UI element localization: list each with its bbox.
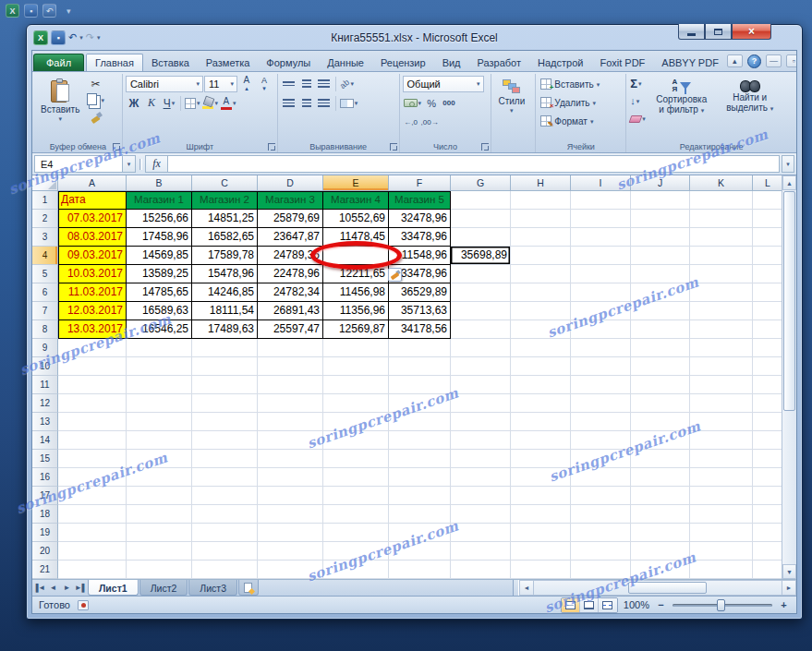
column-header-K[interactable]: K bbox=[690, 175, 753, 191]
cell-E2[interactable]: 10552,69 bbox=[323, 210, 389, 228]
scroll-down-icon[interactable]: ▼ bbox=[782, 564, 796, 579]
cell-E12[interactable] bbox=[323, 394, 389, 413]
row-header-6[interactable]: 6 bbox=[32, 283, 58, 302]
cell-K19[interactable] bbox=[690, 524, 753, 542]
cell-C8[interactable]: 17489,63 bbox=[192, 320, 258, 339]
row-header-3[interactable]: 3 bbox=[32, 228, 58, 247]
maximize-button[interactable] bbox=[705, 24, 732, 40]
cell-F18[interactable] bbox=[389, 505, 451, 524]
zoom-in-button[interactable]: + bbox=[778, 599, 790, 610]
cell-D13[interactable] bbox=[258, 413, 323, 431]
cell-I14[interactable] bbox=[571, 431, 631, 450]
row-header-4[interactable]: 4 bbox=[32, 247, 58, 265]
number-format-combo[interactable]: Общий▾ bbox=[403, 76, 484, 92]
cell-H12[interactable] bbox=[511, 394, 571, 413]
tab-Разметка[interactable]: Разметка bbox=[198, 54, 259, 71]
cell-F8[interactable]: 34178,56 bbox=[389, 320, 451, 339]
vertical-scrollbar[interactable]: ▲ ▼ bbox=[782, 175, 796, 579]
dialog-launcher-icon[interactable] bbox=[390, 143, 397, 151]
cell-K9[interactable] bbox=[690, 339, 753, 357]
format-painter-button[interactable] bbox=[86, 109, 105, 126]
cell-B3[interactable]: 17458,96 bbox=[127, 228, 192, 247]
cell-E16[interactable] bbox=[323, 468, 389, 487]
cell-J2[interactable] bbox=[631, 210, 690, 228]
cell-H21[interactable] bbox=[511, 561, 571, 579]
find-select-button[interactable]: Найти ивыделить ▾ bbox=[717, 76, 783, 140]
cell-I13[interactable] bbox=[571, 413, 631, 431]
cell-G2[interactable] bbox=[451, 210, 511, 228]
column-header-A[interactable]: A bbox=[58, 175, 127, 191]
cell-K18[interactable] bbox=[690, 505, 753, 524]
cell-H18[interactable] bbox=[511, 505, 571, 524]
cell-A11[interactable] bbox=[58, 376, 127, 394]
cell-L17[interactable] bbox=[753, 487, 782, 505]
cell-E21[interactable] bbox=[323, 561, 389, 579]
row-header-21[interactable]: 21 bbox=[32, 561, 58, 579]
cell-H14[interactable] bbox=[511, 431, 571, 450]
cell-J19[interactable] bbox=[631, 524, 690, 542]
cell-B2[interactable]: 15256,66 bbox=[127, 210, 192, 228]
cell-C14[interactable] bbox=[192, 431, 258, 450]
clear-button[interactable]: ▾ bbox=[629, 111, 647, 127]
format-cells-button[interactable]: ✎ Формат▾ bbox=[539, 113, 601, 130]
tab-Главная[interactable]: Главная bbox=[86, 54, 143, 71]
cell-L15[interactable] bbox=[753, 450, 782, 468]
column-header-D[interactable]: D bbox=[258, 175, 323, 191]
cell-D12[interactable] bbox=[258, 394, 323, 413]
cell-B15[interactable] bbox=[127, 450, 192, 468]
scroll-up-icon[interactable]: ▲ bbox=[782, 175, 796, 190]
cell-B20[interactable] bbox=[127, 542, 192, 561]
cell-G15[interactable] bbox=[451, 450, 511, 468]
cell-E10[interactable] bbox=[323, 357, 389, 376]
delete-cells-button[interactable]: × Удалить▾ bbox=[539, 94, 601, 112]
row-header-13[interactable]: 13 bbox=[32, 413, 58, 431]
cell-H3[interactable] bbox=[511, 228, 571, 247]
row-header-20[interactable]: 20 bbox=[32, 542, 58, 561]
cell-A10[interactable] bbox=[58, 357, 127, 376]
cell-D7[interactable]: 26891,43 bbox=[258, 302, 323, 320]
percent-format-button[interactable]: % bbox=[423, 95, 440, 112]
cell-G13[interactable] bbox=[451, 413, 511, 431]
redo-button[interactable]: ↷ bbox=[86, 32, 94, 42]
cell-G8[interactable] bbox=[451, 320, 511, 339]
cell-E17[interactable] bbox=[323, 487, 389, 505]
cell-I8[interactable] bbox=[571, 320, 631, 339]
row-header-12[interactable]: 12 bbox=[32, 394, 58, 413]
sheet-tab-Лист3[interactable]: Лист3 bbox=[188, 580, 237, 596]
align-middle-button[interactable] bbox=[298, 76, 315, 92]
cell-B18[interactable] bbox=[127, 505, 192, 524]
zoom-out-button[interactable]: − bbox=[655, 599, 667, 610]
cell-J12[interactable] bbox=[631, 394, 690, 413]
cell-G17[interactable] bbox=[451, 487, 511, 505]
cell-F20[interactable] bbox=[389, 542, 451, 561]
cell-L8[interactable] bbox=[753, 320, 782, 339]
zoom-slider-thumb[interactable] bbox=[717, 599, 725, 611]
column-header-L[interactable]: L bbox=[753, 175, 782, 191]
decrease-decimal-button[interactable]: ,00→ bbox=[420, 115, 440, 131]
cell-E19[interactable] bbox=[323, 524, 389, 542]
dialog-launcher-icon[interactable] bbox=[481, 143, 489, 151]
cell-C21[interactable] bbox=[192, 561, 258, 579]
column-header-H[interactable]: H bbox=[511, 175, 571, 191]
cell-A19[interactable] bbox=[58, 524, 127, 542]
cell-B5[interactable]: 13589,25 bbox=[127, 265, 192, 283]
cell-A9[interactable] bbox=[58, 339, 127, 357]
cell-A13[interactable] bbox=[58, 413, 127, 431]
cell-K17[interactable] bbox=[690, 487, 753, 505]
cell-L12[interactable] bbox=[753, 394, 782, 413]
align-right-button[interactable] bbox=[316, 95, 333, 112]
row-header-11[interactable]: 11 bbox=[32, 376, 58, 394]
cell-D5[interactable]: 22478,96 bbox=[258, 265, 323, 283]
cell-L21[interactable] bbox=[753, 561, 782, 579]
cell-A18[interactable] bbox=[58, 505, 127, 524]
vertical-scroll-thumb[interactable] bbox=[783, 191, 795, 411]
tab-Foxit PDF[interactable]: Foxit PDF bbox=[591, 54, 653, 71]
cell-K14[interactable] bbox=[690, 431, 753, 450]
font-color-button[interactable]: А▾ bbox=[220, 95, 237, 112]
cell-K16[interactable] bbox=[690, 468, 753, 487]
cell-L6[interactable] bbox=[753, 283, 782, 302]
cell-C1[interactable]: Магазин 2 bbox=[192, 191, 258, 210]
cell-K20[interactable] bbox=[690, 542, 753, 561]
cell-B6[interactable]: 14785,65 bbox=[127, 283, 192, 302]
paste-button[interactable]: Вставить ▾ bbox=[37, 76, 83, 140]
